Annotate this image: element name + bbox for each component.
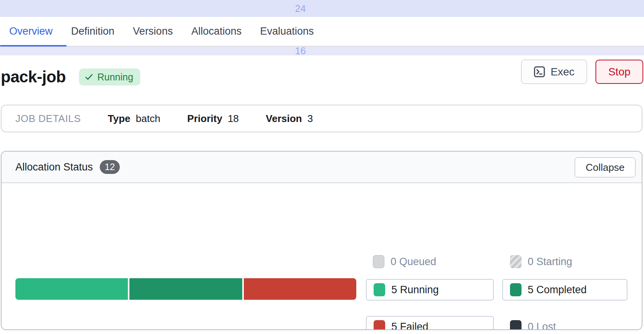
collapse-button[interactable]: Collapse (575, 157, 636, 177)
allocation-count-badge: 12 (100, 160, 120, 174)
job-type-label: Type (108, 113, 131, 125)
running-swatch-icon (374, 283, 385, 296)
job-overview-page: 24 Overview Definition Versions Allocati… (0, 0, 644, 334)
legend-item-starting: 0 Starting (510, 255, 572, 268)
exec-button-label: Exec (550, 66, 574, 78)
stop-button[interactable]: Stop (595, 60, 643, 84)
allocation-status-title: Allocation Status (15, 161, 93, 173)
lost-swatch-icon (510, 320, 522, 330)
bar-segment-failed[interactable] (244, 278, 356, 300)
legend-label-starting: 0 Starting (528, 256, 572, 268)
tab-evaluations[interactable]: Evaluations (251, 17, 323, 46)
tab-versions[interactable]: Versions (124, 17, 182, 46)
job-type-value: batch (136, 113, 161, 125)
legend-item-completed[interactable]: 5 Completed (502, 279, 627, 301)
exec-button[interactable]: Exec (521, 60, 587, 84)
legend-item-queued: 0 Queued (373, 255, 436, 268)
failed-swatch-icon (374, 320, 385, 330)
legend-item-failed[interactable]: 5 Failed (366, 316, 494, 330)
allocation-status-header: Allocation Status 12 Collapse (2, 152, 642, 183)
legend-label-completed: 5 Completed (528, 284, 587, 296)
collapse-button-label: Collapse (585, 162, 624, 174)
job-priority-label: Priority (187, 113, 222, 125)
legend-label-failed: 5 Failed (391, 321, 428, 331)
starting-swatch-icon (510, 255, 522, 268)
job-version-value: 3 (307, 113, 313, 125)
spacer-size-label: 16 (295, 45, 306, 57)
allocation-stacked-bar (15, 278, 356, 300)
status-badge: Running (79, 68, 140, 85)
allocation-status-body: 0 Queued 0 Starting 5 Running 5 Complete… (2, 183, 642, 330)
status-badge-label: Running (97, 72, 133, 83)
job-details-heading: JOB DETAILS (15, 113, 81, 125)
legend-item-running[interactable]: 5 Running (366, 279, 494, 301)
check-icon (84, 72, 94, 82)
job-details-panel: JOB DETAILS Type batch Priority 18 Versi… (1, 105, 642, 132)
tab-allocations[interactable]: Allocations (182, 17, 251, 46)
legend-label-lost: 0 Lost (528, 321, 556, 331)
page-title: pack-job (1, 68, 66, 86)
spacer-bar-top: 24 (0, 0, 644, 17)
job-version-label: Version (266, 113, 302, 125)
tab-overview[interactable]: Overview (0, 17, 62, 46)
bar-segment-completed[interactable] (129, 278, 242, 300)
job-priority-value: 18 (228, 113, 239, 125)
legend-label-queued: 0 Queued (391, 256, 436, 268)
stop-button-label: Stop (608, 66, 631, 78)
allocation-status-panel: Allocation Status 12 Collapse 0 Queued 0… (1, 151, 642, 330)
spacer-bar-mid: 16 (0, 47, 644, 55)
tab-definition[interactable]: Definition (62, 17, 124, 46)
job-tabbar: Overview Definition Versions Allocations… (0, 17, 644, 47)
queued-swatch-icon (373, 255, 384, 268)
spacer-size-label: 24 (295, 3, 306, 14)
completed-swatch-icon (510, 283, 522, 296)
legend-label-running: 5 Running (391, 284, 439, 296)
legend-item-lost: 0 Lost (510, 320, 556, 330)
bar-segment-running[interactable] (15, 278, 128, 300)
terminal-icon (533, 66, 545, 78)
